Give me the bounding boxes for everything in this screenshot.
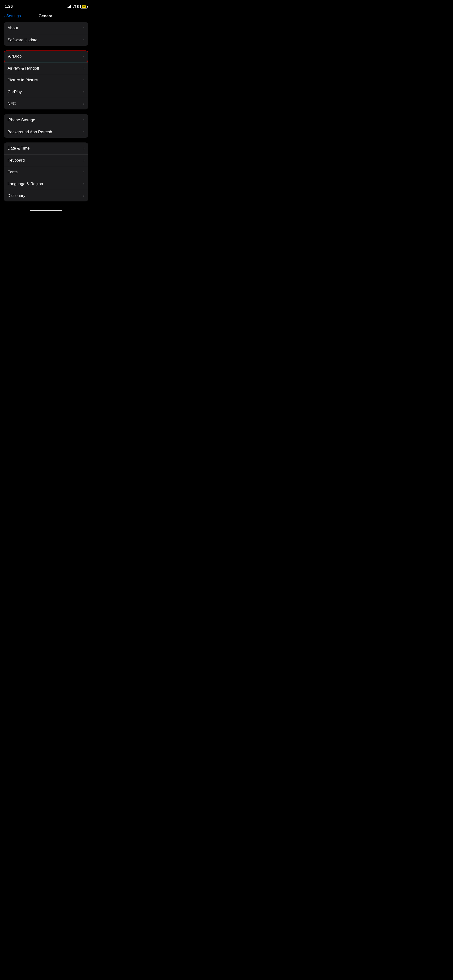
settings-item-date-time[interactable]: Date & Time › (4, 142, 88, 154)
settings-item-nfc-label: NFC (8, 102, 16, 106)
battery-percentage: 69 (83, 5, 85, 8)
chevron-right-icon: › (83, 170, 85, 174)
battery-cap (87, 6, 88, 8)
chevron-right-icon: › (83, 66, 85, 70)
chevron-right-icon: › (83, 78, 85, 82)
settings-item-software-update[interactable]: Software Update › (4, 34, 88, 46)
signal-bars-icon (67, 5, 71, 8)
settings-content: About › Software Update › AirDrop › AirP… (0, 22, 92, 201)
settings-group-4: Date & Time › Keyboard › Fonts › Languag… (4, 142, 88, 201)
settings-group-1: About › Software Update › (4, 22, 88, 46)
settings-item-keyboard-label: Keyboard (8, 158, 25, 163)
settings-item-airplay-handoff-label: AirPlay & Handoff (8, 66, 39, 71)
settings-item-airplay-handoff[interactable]: AirPlay & Handoff › (4, 62, 88, 74)
chevron-right-icon: › (83, 146, 85, 151)
settings-item-fonts[interactable]: Fonts › (4, 166, 88, 178)
page-title: General (38, 14, 53, 18)
back-chevron-icon: ‹ (4, 14, 5, 18)
chevron-right-icon: › (83, 130, 85, 134)
home-indicator (0, 206, 92, 213)
chevron-right-icon: › (83, 26, 85, 30)
chevron-right-icon: › (83, 90, 85, 94)
chevron-right-icon: › (83, 54, 84, 59)
settings-item-date-time-label: Date & Time (8, 146, 30, 151)
chevron-right-icon: › (83, 38, 85, 42)
settings-item-carplay[interactable]: CarPlay › (4, 86, 88, 98)
settings-group-2: AirDrop › AirPlay & Handoff › Picture in… (4, 51, 88, 110)
status-bar: 1:26 LTE 69 (0, 0, 92, 12)
status-time: 1:26 (5, 4, 13, 9)
signal-bar-4 (70, 5, 71, 8)
settings-group-3: iPhone Storage › Background App Refresh … (4, 114, 88, 138)
settings-item-about[interactable]: About › (4, 22, 88, 34)
settings-item-background-app-refresh[interactable]: Background App Refresh › (4, 126, 88, 138)
chevron-right-icon: › (83, 102, 85, 106)
settings-item-fonts-label: Fonts (8, 170, 18, 175)
home-bar (30, 210, 62, 211)
lte-label: LTE (72, 5, 79, 8)
settings-item-dictionary[interactable]: Dictionary › (4, 189, 88, 201)
settings-item-language-region[interactable]: Language & Region › (4, 178, 88, 189)
settings-item-picture-in-picture-label: Picture in Picture (8, 78, 38, 83)
settings-item-nfc[interactable]: NFC › (4, 98, 88, 110)
chevron-right-icon: › (83, 158, 85, 162)
settings-item-about-label: About (8, 26, 18, 30)
settings-item-airdrop[interactable]: AirDrop › (4, 51, 88, 62)
chevron-right-icon: › (83, 118, 85, 122)
battery-icon: 69 (80, 5, 87, 8)
settings-item-language-region-label: Language & Region (8, 181, 43, 186)
settings-item-dictionary-label: Dictionary (8, 193, 26, 198)
signal-bar-1 (67, 7, 67, 8)
back-label: Settings (6, 14, 21, 18)
settings-item-iphone-storage-label: iPhone Storage (8, 118, 35, 123)
signal-bar-2 (68, 6, 69, 8)
back-button[interactable]: ‹ Settings (4, 14, 21, 18)
settings-item-software-update-label: Software Update (8, 38, 38, 43)
settings-item-background-app-refresh-label: Background App Refresh (8, 130, 52, 134)
status-right: LTE 69 (67, 5, 87, 8)
settings-item-keyboard[interactable]: Keyboard › (4, 154, 88, 166)
nav-bar: ‹ Settings General (0, 12, 92, 22)
chevron-right-icon: › (83, 194, 85, 198)
settings-item-picture-in-picture[interactable]: Picture in Picture › (4, 74, 88, 86)
chevron-right-icon: › (83, 182, 85, 186)
settings-item-iphone-storage[interactable]: iPhone Storage › (4, 114, 88, 126)
settings-item-airdrop-label: AirDrop (8, 54, 22, 59)
signal-bar-3 (69, 6, 70, 8)
settings-item-carplay-label: CarPlay (8, 90, 22, 94)
